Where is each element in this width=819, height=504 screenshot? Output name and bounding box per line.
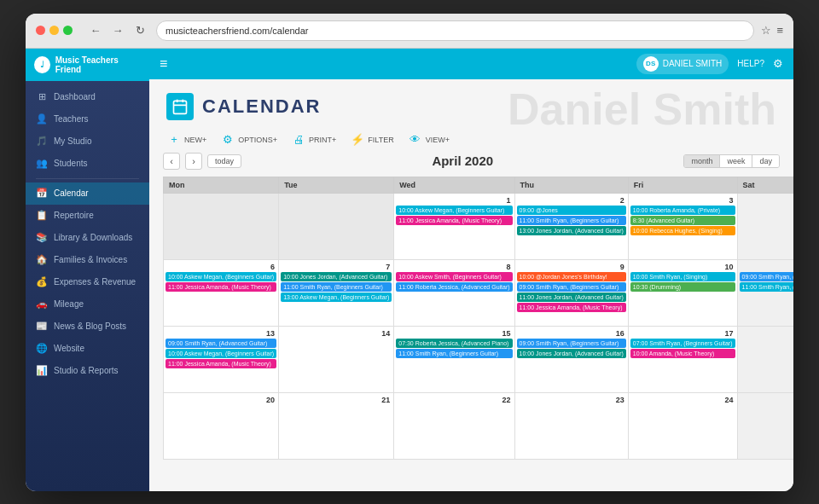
sidebar-item-mileage[interactable]: 🚗 Mileage (26, 293, 149, 316)
month-view-button[interactable]: month (684, 155, 720, 167)
day-number: 7 (281, 262, 392, 272)
prev-month-button[interactable]: ‹ (163, 153, 180, 170)
calendar-day-0-5[interactable]: 4 (737, 193, 793, 259)
sidebar-item-students[interactable]: 👥 Students (26, 153, 149, 175)
calendar-event[interactable]: 10:00 Jones Jordan, (Advanced Guitar) (517, 349, 626, 358)
calendar-day-0-0[interactable] (164, 193, 279, 259)
sidebar-item-families[interactable]: 🏠 Families & Invoices (26, 249, 149, 271)
today-button[interactable]: today (207, 154, 241, 168)
mystudio-icon: 🎵 (36, 136, 48, 148)
calendar-day-3-4[interactable]: 24 (628, 392, 737, 459)
sidebar-item-teachers[interactable]: 👤 Teachers (26, 108, 149, 130)
calendar-event[interactable]: 11:00 Jones Jordan, (Advanced Guitar) (517, 293, 626, 302)
sidebar-item-studio-reports[interactable]: 📊 Studio & Reports (26, 360, 149, 382)
day-number: 1 (396, 195, 512, 206)
teachers-icon: 👤 (36, 113, 48, 125)
sidebar-item-news[interactable]: 📰 News & Blog Posts (26, 316, 149, 338)
calendar-event[interactable]: 11:00 Jessica Amanda, (Music Theory) (166, 282, 276, 292)
calendar-day-0-1[interactable] (279, 193, 394, 259)
settings-icon[interactable]: ⚙ (773, 57, 783, 70)
print-button[interactable]: 🖨 PRINT+ (291, 132, 336, 148)
calendar-event[interactable]: 11:00 Smith Ryan, (Beginners Guitar) (281, 282, 392, 292)
next-month-button[interactable]: › (185, 153, 202, 170)
calendar-event[interactable]: 11:00 Smith Ryan, (Beginners Guitar) (517, 216, 626, 225)
calendar-event[interactable]: 10:30 (Drumming) (630, 282, 735, 292)
calendar-day-2-1[interactable]: 14 (279, 326, 394, 392)
print-icon: 🖨 (291, 132, 306, 148)
calendar-event[interactable]: 09:00 Smith Ryan, (Beginners Guitar) (517, 339, 626, 348)
calendar-event[interactable]: 10:00 Rebecca Hughes, (Singing) (630, 226, 735, 235)
user-badge[interactable]: DS DANIEL SMITH (636, 54, 729, 74)
calendar-event[interactable]: 07:00 Smith Ryan, (Beginners Guitar) (630, 339, 735, 348)
calendar-day-1-1[interactable]: 710:00 Jones Jordan, (Advanced Guitar)11… (279, 259, 394, 326)
calendar-event[interactable]: 09:00 Smith Ryan, (Advanced Guitar) (740, 272, 793, 281)
calendar-event[interactable]: 11:00 Jessica Amanda, (Music Theory) (396, 216, 512, 225)
sidebar-item-repertoire[interactable]: 📋 Repertoire (26, 205, 149, 227)
options-button[interactable]: ⚙ OPTIONS+ (220, 132, 277, 148)
calendar-event[interactable]: 13:00 Jones Jordan, (Advanced Guitar) (517, 226, 626, 235)
calendar-event[interactable]: 10:00 @Jordan Jones's Birthday! (517, 272, 626, 281)
calendar-day-0-3[interactable]: 209:00 @Jones11:00 Smith Ryan, (Beginner… (514, 193, 628, 259)
calendar-day-3-3[interactable]: 23 (514, 392, 628, 459)
hamburger-button[interactable]: ≡ (160, 56, 167, 72)
calendar-day-0-4[interactable]: 310:00 Roberta Amanda, (Private)8:30 (Ad… (628, 193, 737, 259)
calendar-day-1-3[interactable]: 910:00 @Jordan Jones's Birthday!09:00 Sm… (514, 259, 628, 326)
calendar-event[interactable]: 10:00 Jones Jordan, (Advanced Guitar) (281, 272, 392, 281)
calendar-day-3-0[interactable]: 20 (164, 392, 279, 459)
calendar-day-1-2[interactable]: 810:00 Askew Smith, (Beginners Guitar)11… (394, 259, 514, 326)
view-button[interactable]: 👁 VIEW+ (408, 132, 450, 148)
options-label: OPTIONS+ (238, 136, 277, 144)
week-view-button[interactable]: week (720, 155, 752, 167)
help-link[interactable]: HELP? (737, 59, 764, 68)
sidebar-item-dashboard[interactable]: ⊞ Dashboard (26, 86, 149, 108)
calendar-event[interactable]: 10:00 Askew Megan, (Beginners Guitar) (166, 272, 276, 281)
calendar-event[interactable]: 11:00 Jessica Amanda, (Music Theory) (517, 303, 626, 312)
calendar-event[interactable]: 11:00 Smith Ryan, (Beginners Guitar) (740, 282, 793, 292)
calendar-event[interactable]: 09:00 @Jones (517, 206, 626, 215)
calendar-event[interactable]: 10:00 Roberta Amanda, (Private) (630, 206, 735, 215)
filter-button[interactable]: ⚡ FILTER (350, 132, 393, 148)
calendar-day-2-2[interactable]: 1507:30 Roberta Jessica, (Advanced Piano… (394, 326, 514, 392)
sidebar-item-website[interactable]: 🌐 Website (26, 338, 149, 360)
calendar-day-1-5[interactable]: 1109:00 Smith Ryan, (Advanced Guitar)11:… (737, 259, 793, 326)
calendar-event[interactable]: 09:00 Smith Ryan, (Beginners Guitar) (517, 282, 626, 292)
calendar-day-3-2[interactable]: 22 (394, 392, 514, 459)
calendar-day-2-0[interactable]: 1309:00 Smith Ryan, (Advanced Guitar)10:… (164, 326, 279, 392)
close-button[interactable] (36, 26, 45, 35)
calendar-event[interactable]: 10:00 Smith Ryan, (Singing) (630, 272, 735, 281)
calendar-event[interactable]: 10:00 Askew Megan, (Beginners Guitar) (166, 349, 276, 358)
menu-icon[interactable]: ≡ (776, 24, 783, 37)
sidebar-item-expenses[interactable]: 💰 Expenses & Revenue (26, 271, 149, 293)
sidebar-item-mystudio[interactable]: 🎵 My Studio (26, 130, 149, 153)
bookmark-icon[interactable]: ☆ (761, 24, 771, 37)
calendar-event[interactable]: 10:00 Askew Megan, (Beginners Guitar) (396, 206, 512, 215)
address-bar[interactable]: musicteachersfriend.com/calendar (156, 20, 754, 41)
calendar-day-2-5[interactable]: 18 (737, 326, 793, 392)
new-button[interactable]: + NEW+ (166, 132, 206, 148)
refresh-button[interactable]: ↻ (131, 21, 149, 40)
sidebar-item-library[interactable]: 📚 Library & Downloads (26, 227, 149, 249)
calendar-event[interactable]: 07:30 Roberta Jessica, (Advanced Piano) (396, 339, 512, 348)
calendar-event[interactable]: 8:30 (Advanced Guitar) (630, 216, 735, 225)
calendar-day-3-1[interactable]: 21 (279, 392, 394, 459)
calendar-event[interactable]: 11:00 Jessica Amanda, (Music Theory) (166, 359, 276, 368)
calendar-day-2-3[interactable]: 1609:00 Smith Ryan, (Beginners Guitar)10… (514, 326, 628, 392)
sidebar-item-label: Calendar (54, 188, 89, 198)
sidebar-item-calendar[interactable]: 📅 Calendar (26, 182, 149, 205)
day-view-button[interactable]: day (752, 155, 779, 167)
calendar-event[interactable]: 13:00 Askew Megan, (Beginners Guitar) (281, 293, 392, 302)
calendar-day-1-0[interactable]: 610:00 Askew Megan, (Beginners Guitar)11… (164, 259, 279, 326)
calendar-day-3-5[interactable]: 25 (737, 392, 793, 459)
calendar-event[interactable]: 09:00 Smith Ryan, (Advanced Guitar) (166, 339, 276, 348)
calendar-event[interactable]: 10:00 Askew Smith, (Beginners Guitar) (396, 272, 512, 281)
minimize-button[interactable] (49, 26, 59, 35)
calendar-day-1-4[interactable]: 1010:00 Smith Ryan, (Singing)10:30 (Drum… (628, 259, 737, 326)
calendar-event[interactable]: 11:00 Roberta Jessica, (Advanced Guitar) (396, 282, 512, 292)
maximize-button[interactable] (63, 26, 73, 35)
calendar-day-0-2[interactable]: 110:00 Askew Megan, (Beginners Guitar)11… (394, 193, 514, 259)
calendar-event[interactable]: 10:00 Amanda, (Music Theory) (630, 349, 735, 358)
forward-button[interactable]: → (108, 21, 127, 40)
calendar-event[interactable]: 11:00 Smith Ryan, (Beginners Guitar) (396, 349, 512, 358)
calendar-day-2-4[interactable]: 1707:00 Smith Ryan, (Beginners Guitar)10… (628, 326, 737, 392)
back-button[interactable]: ← (86, 21, 105, 40)
